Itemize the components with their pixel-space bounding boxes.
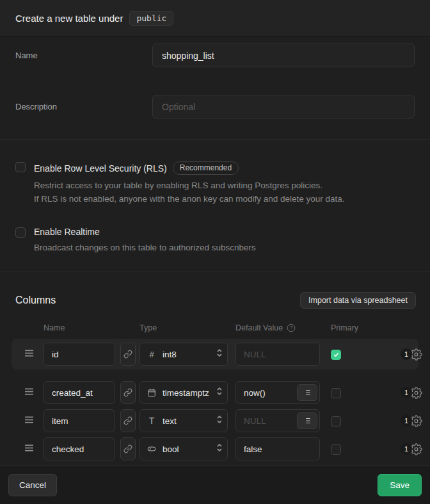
primary-checkbox[interactable] (331, 444, 341, 455)
chevron-up-down-icon (216, 348, 223, 360)
hash-icon: # (147, 350, 157, 359)
drag-handle-icon[interactable] (24, 443, 35, 455)
name-row: Name (15, 44, 415, 67)
drag-handle-icon[interactable] (24, 348, 35, 360)
table-description-input[interactable] (152, 95, 415, 118)
rls-group: Enable Row Level Security (RLS) Recommen… (15, 161, 415, 206)
header-default-value: Default Value (235, 323, 283, 332)
column-row-item: T text 1 (12, 409, 418, 432)
foreign-key-icon[interactable] (120, 343, 136, 366)
dialog-footer: Cancel Save (0, 466, 430, 504)
foreign-key-icon[interactable] (120, 437, 136, 460)
table-options-section: Enable Row Level Security (RLS) Recommen… (0, 139, 430, 272)
name-label: Name (15, 44, 152, 67)
primary-checkbox[interactable] (331, 388, 341, 398)
primary-checkbox[interactable] (331, 416, 341, 427)
realtime-description: Broadcast changes on this table to autho… (34, 241, 256, 254)
drag-handle-icon[interactable] (24, 387, 35, 398)
columns-title: Columns (15, 295, 56, 306)
columns-section: Columns Import data via spreadsheet Name… (0, 272, 430, 466)
cancel-button[interactable]: Cancel (8, 474, 57, 496)
description-row: Description (15, 95, 415, 118)
column-name-input[interactable] (44, 409, 115, 432)
realtime-group: Enable Realtime Broadcast changes on thi… (15, 227, 415, 254)
column-row-checked: bool 1 (12, 437, 418, 460)
drag-handle-icon[interactable] (24, 415, 35, 427)
column-type-select[interactable]: T text (139, 409, 228, 432)
table-name-input[interactable] (152, 44, 415, 67)
primary-checkbox[interactable] (331, 350, 341, 360)
column-name-input[interactable] (44, 381, 115, 404)
column-name-input[interactable] (44, 437, 115, 460)
calendar-icon (147, 388, 157, 397)
table-details-section: Name Description (0, 37, 430, 139)
create-table-dialog: Create a new table under public Name Des… (0, 0, 430, 504)
suggestions-list-icon[interactable] (297, 384, 317, 401)
column-type-select[interactable]: bool (139, 437, 228, 460)
dialog-header: Create a new table under public (0, 0, 430, 37)
columns-header-row: Name Type Default Value Primary (44, 323, 430, 332)
chevron-up-down-icon (216, 387, 223, 398)
header-type: Type (139, 323, 235, 332)
column-row-id: # int8 1 (12, 339, 418, 370)
realtime-label: Enable Realtime (34, 227, 100, 237)
foreign-key-icon[interactable] (120, 381, 136, 404)
column-type-select[interactable]: timestamptz (139, 381, 228, 404)
help-icon[interactable] (287, 323, 296, 332)
settings-count-badge: 1 (401, 387, 412, 398)
column-default-input (235, 343, 320, 366)
header-name: Name (44, 323, 139, 332)
rls-label: Enable Row Level Security (RLS) (34, 163, 167, 174)
chevron-up-down-icon (216, 443, 223, 455)
description-label: Description (15, 95, 152, 118)
dialog-title: Create a new table under (15, 13, 123, 24)
save-button[interactable]: Save (378, 474, 422, 496)
realtime-checkbox[interactable] (15, 227, 26, 238)
foreign-key-icon[interactable] (120, 409, 136, 432)
text-type-icon: T (147, 416, 157, 426)
schema-badge: public (129, 11, 173, 26)
suggestions-list-icon[interactable] (297, 412, 317, 429)
header-primary: Primary (331, 323, 358, 332)
recommended-badge: Recommended (173, 161, 239, 175)
rls-checkbox[interactable] (15, 162, 26, 172)
boolean-toggle-icon (147, 444, 157, 453)
column-default-input[interactable] (235, 437, 320, 460)
settings-count-badge: 1 (401, 415, 412, 427)
chevron-up-down-icon (216, 415, 223, 427)
rls-description: Restrict access to your table by enablin… (34, 179, 345, 206)
column-row-created-at: timestamptz 1 (12, 381, 418, 404)
column-name-input[interactable] (44, 343, 115, 366)
settings-count-badge: 1 (401, 348, 412, 360)
settings-count-badge: 1 (401, 443, 412, 455)
import-spreadsheet-button[interactable]: Import data via spreadsheet (300, 292, 416, 309)
column-type-select[interactable]: # int8 (139, 343, 228, 366)
